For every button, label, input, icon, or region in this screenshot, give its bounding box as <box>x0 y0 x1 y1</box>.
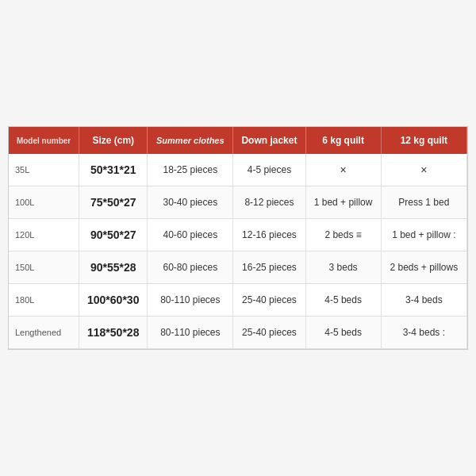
cell-size-4: 100*60*30 <box>79 284 148 317</box>
cell-twelve_kg-5: 3-4 beds : <box>381 317 466 349</box>
cell-down-0: 4-5 pieces <box>233 154 305 186</box>
cell-twelve_kg-3: 2 beds + pillows <box>381 251 466 284</box>
cell-down-1: 8-12 pieces <box>233 186 305 219</box>
col-header-summer: Summer clothes <box>148 127 233 154</box>
cell-six_kg-5: 4-5 beds <box>305 317 381 349</box>
col-header-size: Size (cm) <box>79 127 148 154</box>
cell-six_kg-2: 2 beds ≡ <box>305 219 381 251</box>
cell-summer-5: 80-110 pieces <box>148 317 233 349</box>
table-row: 35L50*31*2118-25 pieces4-5 pieces×× <box>9 154 467 186</box>
cell-six_kg-4: 4-5 beds <box>305 284 381 317</box>
cell-size-5: 118*50*28 <box>79 317 148 349</box>
table-row: 100L75*50*2730-40 pieces8-12 pieces1 bed… <box>9 186 467 219</box>
cell-size-1: 75*50*27 <box>79 186 148 219</box>
table-row: 120L90*50*2740-60 pieces12-16 pieces2 be… <box>9 219 467 251</box>
cell-summer-1: 30-40 pieces <box>148 186 233 219</box>
cell-twelve_kg-2: 1 bed + pillow : <box>381 219 466 251</box>
cell-summer-4: 80-110 pieces <box>148 284 233 317</box>
cell-summer-2: 40-60 pieces <box>148 219 233 251</box>
product-table-container: Model number Size (cm) Summer clothes Do… <box>8 126 468 350</box>
cell-model-3: 150L <box>9 251 79 284</box>
col-header-down: Down jacket <box>233 127 305 154</box>
table-header-row: Model number Size (cm) Summer clothes Do… <box>9 127 467 154</box>
cell-summer-3: 60-80 pieces <box>148 251 233 284</box>
cell-model-1: 100L <box>9 186 79 219</box>
col-header-12kg: 12 kg quilt <box>381 127 466 154</box>
cell-size-0: 50*31*21 <box>79 154 148 186</box>
cell-six_kg-3: 3 beds <box>305 251 381 284</box>
cell-model-4: 180L <box>9 284 79 317</box>
table-row: 150L90*55*2860-80 pieces16-25 pieces3 be… <box>9 251 467 284</box>
table-row: 180L100*60*3080-110 pieces25-40 pieces4-… <box>9 284 467 317</box>
col-header-model: Model number <box>9 127 79 154</box>
cell-model-5: Lengthened <box>9 317 79 349</box>
cell-model-0: 35L <box>9 154 79 186</box>
table-row: Lengthened118*50*2880-110 pieces25-40 pi… <box>9 317 467 349</box>
cell-down-3: 16-25 pieces <box>233 251 305 284</box>
cell-size-2: 90*50*27 <box>79 219 148 251</box>
cell-down-5: 25-40 pieces <box>233 317 305 349</box>
cell-six_kg-0: × <box>305 154 381 186</box>
cell-down-2: 12-16 pieces <box>233 219 305 251</box>
product-table: Model number Size (cm) Summer clothes Do… <box>9 127 467 349</box>
cell-twelve_kg-0: × <box>381 154 466 186</box>
cell-model-2: 120L <box>9 219 79 251</box>
cell-six_kg-1: 1 bed + pillow <box>305 186 381 219</box>
cell-twelve_kg-4: 3-4 beds <box>381 284 466 317</box>
cell-down-4: 25-40 pieces <box>233 284 305 317</box>
cell-summer-0: 18-25 pieces <box>148 154 233 186</box>
cell-twelve_kg-1: Press 1 bed <box>381 186 466 219</box>
cell-size-3: 90*55*28 <box>79 251 148 284</box>
col-header-6kg: 6 kg quilt <box>305 127 381 154</box>
